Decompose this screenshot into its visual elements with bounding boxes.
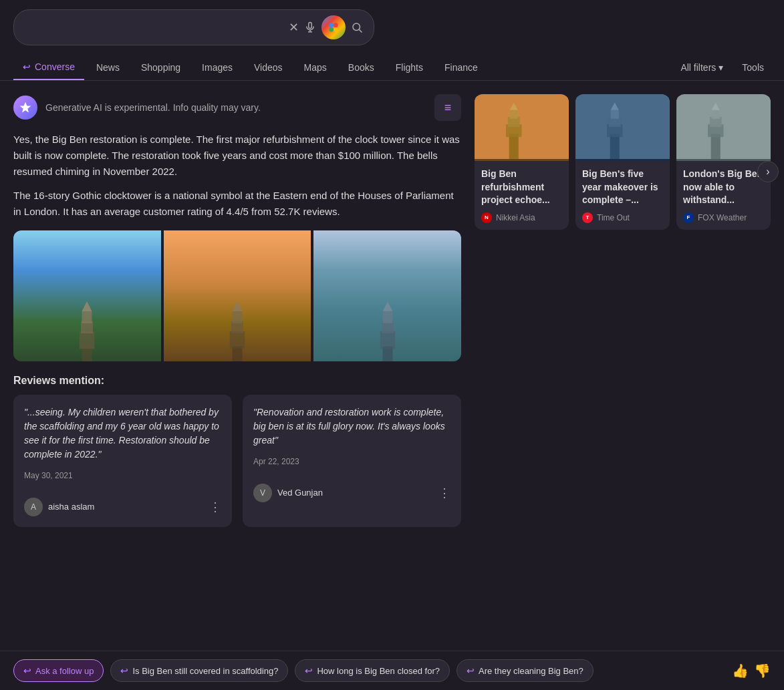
- news-card-3[interactable]: London's Big Ben now able to withstand..…: [676, 94, 771, 230]
- search-input[interactable]: Is the Big Ben restoration complete?: [25, 21, 283, 33]
- review-card-1: "...seeing. My children weren't that bot…: [13, 395, 232, 527]
- suggestion-2[interactable]: ↩ How long is Big Ben closed for?: [295, 659, 450, 682]
- tab-images[interactable]: Images: [192, 55, 242, 79]
- reviews-grid: "...seeing. My children weren't that bot…: [13, 395, 461, 527]
- ai-banner-text: Generative AI is experimental. Info qual…: [45, 102, 261, 113]
- tab-flights-label: Flights: [396, 62, 423, 73]
- tab-videos-label: Videos: [254, 62, 283, 73]
- ai-format-button[interactable]: ≡: [434, 94, 461, 121]
- voice-search-button[interactable]: [304, 21, 316, 33]
- thumbs-down-button[interactable]: 👎: [754, 663, 771, 679]
- news-card-2[interactable]: Big Ben's five year makeover is complete…: [575, 94, 670, 230]
- clear-button[interactable]: ✕: [289, 20, 299, 35]
- search-submit-button[interactable]: [351, 21, 363, 33]
- followup-arrow-icon: ↩: [23, 665, 31, 676]
- tools-button[interactable]: Tools: [735, 58, 771, 77]
- lens-button[interactable]: [321, 15, 346, 39]
- thumbs-up-button[interactable]: 👍: [732, 663, 749, 679]
- ai-summary-para2: The 16-story Gothic clocktower is a nati…: [13, 188, 461, 220]
- svg-point-3: [329, 23, 334, 27]
- tab-books-label: Books: [348, 62, 374, 73]
- list-format-icon: ≡: [444, 101, 452, 115]
- tab-converse[interactable]: ↩ Converse: [13, 55, 84, 80]
- review-menu-button-2[interactable]: ⋮: [438, 486, 450, 500]
- svg-point-7: [353, 23, 360, 31]
- news-card-title-2: Big Ben's five year makeover is complete…: [582, 168, 663, 207]
- images-grid: [13, 230, 461, 361]
- ai-summary-para1: Yes, the Big Ben restoration is complete…: [13, 132, 461, 180]
- news-next-button[interactable]: ›: [757, 161, 779, 182]
- news-card-image-3: [676, 94, 771, 161]
- big-ben-image-2[interactable]: [164, 230, 311, 361]
- avatar-initial-1: A: [31, 501, 36, 513]
- source-icon-1: N: [481, 212, 492, 223]
- tab-images-label: Images: [202, 62, 233, 73]
- svg-point-6: [334, 27, 338, 32]
- svg-rect-13: [82, 311, 92, 323]
- all-filters-button[interactable]: All filters ▾: [674, 58, 730, 77]
- tab-maps[interactable]: Maps: [295, 55, 336, 79]
- ask-followup-pill[interactable]: ↩ Ask a follow up: [13, 659, 104, 682]
- reviewer-name-1: aisha aslam: [48, 500, 94, 514]
- svg-rect-0: [309, 23, 312, 29]
- news-card-image-1: [475, 94, 569, 161]
- ai-icon: [13, 96, 37, 120]
- news-cards-row: Big Ben refurbishment project echoe... N…: [475, 94, 771, 230]
- reviewer-avatar-2: V: [253, 484, 272, 502]
- news-card-1[interactable]: Big Ben refurbishment project echoe... N…: [475, 94, 569, 230]
- svg-rect-16: [230, 331, 245, 349]
- tab-finance[interactable]: Finance: [435, 55, 487, 79]
- svg-marker-9: [20, 102, 31, 113]
- tab-flights[interactable]: Flights: [386, 55, 432, 79]
- news-card-title-3: London's Big Ben now able to withstand..…: [683, 168, 764, 207]
- ask-followup-label: Ask a follow up: [35, 666, 94, 676]
- reviewer-name-2: Ved Gunjan: [277, 486, 323, 500]
- ai-summary: Yes, the Big Ben restoration is complete…: [13, 132, 461, 220]
- suggestions-bar: ↩ Ask a follow up ↩ Is Big Ben still cov…: [0, 651, 784, 690]
- big-ben-image-3[interactable]: [313, 230, 461, 361]
- reviews-section: Reviews mention: "...seeing. My children…: [13, 375, 461, 527]
- big-ben-image-1[interactable]: [13, 230, 161, 361]
- svg-line-8: [359, 29, 362, 32]
- source-name-1: Nikkei Asia: [496, 213, 535, 222]
- search-area: Is the Big Ben restoration complete? ✕: [0, 0, 784, 55]
- news-card-body-1: Big Ben refurbishment project echoe... N…: [475, 161, 569, 230]
- suggestion-1-label: Is Big Ben still covered in scaffolding?: [132, 666, 278, 676]
- tab-converse-label: Converse: [35, 61, 75, 72]
- suggestion-1-arrow-icon: ↩: [120, 665, 128, 676]
- source-icon-2: T: [582, 212, 593, 223]
- search-wrapper: Is the Big Ben restoration complete? ✕: [13, 9, 374, 45]
- right-panel: Big Ben refurbishment project echoe... N…: [475, 94, 771, 540]
- svg-rect-29: [510, 110, 518, 119]
- svg-marker-14: [82, 301, 92, 311]
- news-card-body-3: London's Big Ben now able to withstand..…: [676, 161, 771, 230]
- review-date-2: Apr 22, 2023: [253, 456, 450, 468]
- tab-finance-label: Finance: [444, 62, 478, 73]
- review-text-1: "...seeing. My children weren't that bot…: [24, 405, 221, 462]
- svg-rect-35: [611, 110, 619, 119]
- all-filters-label: All filters: [680, 62, 716, 73]
- news-card-image-2: [575, 94, 670, 161]
- svg-point-4: [334, 23, 338, 27]
- avatar-initial-2: V: [260, 487, 265, 499]
- tab-news-label: News: [96, 62, 120, 73]
- tab-shopping-label: Shopping: [141, 62, 180, 73]
- converse-icon: ↩: [23, 61, 31, 72]
- tab-books[interactable]: Books: [339, 55, 384, 79]
- suggestion-3-arrow-icon: ↩: [467, 665, 475, 676]
- svg-rect-21: [380, 331, 395, 349]
- review-menu-button-1[interactable]: ⋮: [209, 500, 221, 514]
- tab-shopping[interactable]: Shopping: [132, 55, 190, 79]
- suggestion-1[interactable]: ↩ Is Big Ben still covered in scaffoldin…: [110, 659, 288, 682]
- tools-label: Tools: [742, 62, 764, 73]
- suggestion-3[interactable]: ↩ Are they cleaning Big Ben?: [456, 659, 594, 682]
- suggestion-3-label: Are they cleaning Big Ben?: [479, 666, 583, 676]
- tab-videos[interactable]: Videos: [245, 55, 292, 79]
- tab-maps-label: Maps: [304, 62, 327, 73]
- nav-right-controls: All filters ▾ Tools: [674, 58, 771, 77]
- review-footer-2: V Ved Gunjan ⋮: [253, 484, 450, 502]
- news-cards-wrapper: Big Ben refurbishment project echoe... N…: [475, 94, 771, 230]
- source-name-3: FOX Weather: [698, 213, 747, 222]
- reviewer-avatar-1: A: [24, 498, 43, 516]
- tab-news[interactable]: News: [87, 55, 129, 79]
